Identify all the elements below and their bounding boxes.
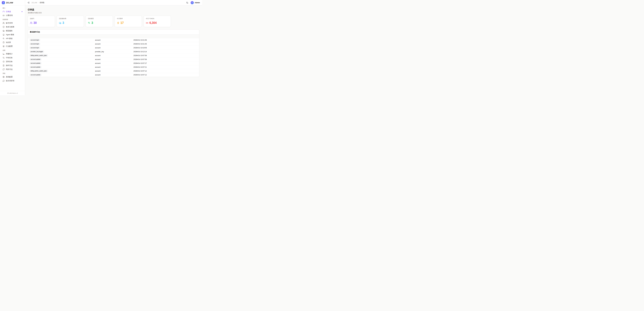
sidebar: Z ZCLAW 核心 仪表盘 计费管理 (0, 0, 25, 95)
stat-label: 今日请求 (117, 18, 140, 20)
target-cell: account (94, 62, 132, 64)
sidebar-item[interactable]: 系统配置 (2, 75, 24, 79)
nav-section-label: 资源管理 (2, 18, 24, 21)
stat-number: 3 (92, 21, 93, 25)
store-icon (2, 45, 5, 47)
table-row: provider_key.toggle provider_key 2026/4/… (28, 50, 199, 54)
action-badge: account.login (29, 39, 40, 41)
zap-icon (117, 22, 120, 24)
gauge-icon (2, 11, 5, 13)
time-cell: 2026/4/14 19:07:27 (132, 62, 199, 64)
nav-section-resources: 资源管理 账号管理 角色与权限 模型服务 (2, 18, 24, 48)
app: Z ZCLAW 核心 仪表盘 计费管理 (0, 0, 202, 95)
sidebar-item-label: 提示词管理 (6, 80, 14, 82)
sidebar-item[interactable]: 行业配置 (2, 44, 24, 48)
action-badge: account.update (29, 66, 42, 69)
table-header (28, 34, 199, 38)
table-row: account.login account 2026/4/14 19:21:45 (28, 42, 199, 46)
sidebar-item[interactable]: API 密钥 (2, 37, 24, 41)
table-row: billing.admin_switch_plan account 2026/4… (28, 69, 199, 73)
sidebar-item[interactable]: 提示词管理 (2, 79, 24, 83)
sidebar-item-label: 用量统计 (6, 53, 12, 55)
sidebar-item[interactable]: 用量统计 (2, 52, 24, 56)
bot-icon (2, 34, 5, 36)
file-text-icon (2, 65, 5, 67)
users-icon (2, 22, 5, 24)
sidebar-item[interactable]: 定时任务 (2, 60, 24, 64)
brand-logo: Z (2, 1, 5, 4)
stat-number: 6,304 (150, 21, 156, 25)
sidebar-item[interactable]: 角色与权限 (2, 25, 24, 29)
panel-collapse-icon (28, 2, 30, 4)
stat-label: 总账号 (30, 18, 53, 20)
sidebar-footer: ZCLAW Admin v2 (0, 91, 25, 95)
sidebar-nav: 核心 仪表盘 计费管理 资源管理 (0, 6, 25, 91)
table-row: account.login account 2026/4/14 19:21:56 (28, 38, 199, 42)
stat-card: 活跃服务商 3 (57, 16, 84, 27)
target-cell: account (94, 47, 132, 49)
sidebar-item[interactable]: 中转任务 (2, 56, 24, 60)
chat-dots-icon (2, 80, 5, 82)
sidebar-item[interactable]: 操作日志 (2, 64, 24, 67)
sidebar-item-label: 操作日志 (6, 64, 12, 67)
action-badge: account.update (29, 62, 42, 65)
token-width-icon (146, 22, 148, 24)
user-name: Admin (195, 2, 200, 4)
sidebar-item-label: 系统配置 (6, 76, 12, 78)
topbar: ZCLAW / 仪表盘 A Admin (25, 0, 202, 6)
theme-toggle-button[interactable] (186, 1, 189, 4)
sidebar-item[interactable]: 计费管理 (2, 14, 24, 18)
target-cell: account (94, 39, 132, 41)
brand-name: ZCLAW (6, 2, 13, 4)
sidebar-item-label: API 密钥 (6, 37, 12, 40)
stat-number: 30 (34, 21, 37, 25)
stat-number: 17 (120, 21, 124, 25)
action-badge: billing.admin_switch_plan (29, 70, 48, 72)
stat-card: 今日请求 17 (115, 16, 142, 27)
brand-logo-letter: Z (3, 2, 4, 4)
sidebar-item-label: 仪表盘 (6, 11, 11, 13)
table-body: account.login account 2026/4/14 19:21:56… (28, 38, 199, 77)
sidebar-item[interactable]: 账号管理 (2, 21, 24, 25)
user-menu[interactable]: A Admin (190, 1, 200, 4)
time-cell: 2026/4/14 19:21:56 (132, 39, 199, 41)
sidebar-item[interactable]: 模型服务 (2, 29, 24, 33)
sidebar-item[interactable]: 仪表盘 (2, 10, 24, 14)
stat-card: 总账号 30 (28, 16, 55, 27)
action-badge: account.update (29, 58, 42, 61)
sidebar-item-label: 账号管理 (6, 22, 12, 24)
sidebar-item[interactable]: Agent 模板 (2, 33, 24, 37)
table-row: billing.admin_switch_plan account 2026/4… (28, 54, 199, 58)
arrows-swap-icon (2, 57, 5, 59)
time-cell: 2026/4/14 19:19:06 (132, 47, 199, 49)
book-icon (2, 41, 5, 44)
sidebar-item[interactable]: 知识库 (2, 41, 24, 44)
avatar-initial: A (192, 2, 193, 4)
sidebar-item-label: 模型服务 (6, 30, 12, 32)
users-icon (30, 22, 32, 24)
collapse-sidebar-button[interactable] (27, 1, 30, 4)
target-cell: account (94, 66, 132, 68)
sidebar-item-label: 知识库 (6, 41, 11, 44)
stat-label: 今日 TOKEN (146, 18, 168, 20)
time-cell: 2026/4/14 19:07:56 (132, 59, 199, 60)
breadcrumb-root[interactable]: ZCLAW (32, 2, 37, 4)
bar-chart-icon (2, 53, 5, 55)
breadcrumb-current: 仪表盘 (40, 2, 44, 4)
nav-section-ops: 运维 用量统计 中转任务 定时任务 (2, 48, 24, 71)
content: 仪表盘 系统概览与最近活动 总账号 30 活跃服务商 3 (25, 6, 202, 95)
sidebar-item[interactable]: 同步日志 (2, 67, 24, 71)
nav-section-label: 核心 (2, 6, 24, 10)
target-cell: account (94, 70, 132, 72)
time-cell: 2026/4/14 19:21:45 (132, 43, 199, 45)
brand: Z ZCLAW (0, 0, 25, 6)
breadcrumb: ZCLAW / 仪表盘 (32, 2, 44, 4)
recent-logs-card: 最近操作日志 account.login account 2026/4/14 1… (28, 30, 200, 77)
sidebar-item-label: Agent 模板 (6, 34, 14, 36)
cloud-server-icon (2, 30, 5, 32)
target-cell: account (94, 55, 132, 57)
main: ZCLAW / 仪表盘 A Admin 仪表盘 系统概览与最近活动 (25, 0, 202, 95)
stat-number: 3 (62, 21, 64, 25)
plug-icon (88, 22, 90, 24)
table-row: account.update account 2026/4/14 19:07:1… (28, 73, 199, 77)
